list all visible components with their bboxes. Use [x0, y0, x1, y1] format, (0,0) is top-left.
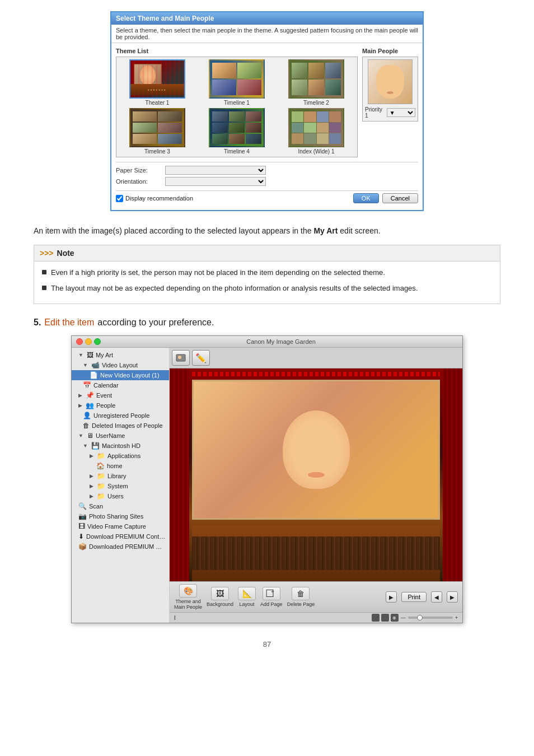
- sidebar-label-calendar: Calendar: [93, 382, 119, 389]
- delete-page-icon: 🗑: [292, 587, 310, 600]
- toolbar-btn-1[interactable]: [172, 350, 190, 366]
- zoom-max-label: +: [455, 615, 458, 620]
- theme-item-timeline1[interactable]: Timeline 1: [198, 59, 275, 106]
- display-recommendation-checkbox[interactable]: [116, 195, 123, 202]
- sidebar-item-myart[interactable]: ▼ 🖼 My Art: [72, 350, 169, 360]
- page-number: 87: [34, 640, 500, 648]
- sidebar-item-videoframe[interactable]: 🎞 Video Frame Capture: [72, 521, 169, 531]
- sidebar-item-downloadedpremium[interactable]: 📦 Downloaded PREMIUM Contents: [72, 542, 169, 552]
- theme-item-theater1[interactable]: ▪▪▪▪▪▪▪ Theater 1: [119, 59, 196, 106]
- sidebar-item-macintosh[interactable]: ▼ 💾 Macintosh HD: [72, 441, 169, 451]
- sidebar-item-unregistered[interactable]: 👤 Unregistered People: [72, 410, 169, 421]
- main-photo[interactable]: [192, 380, 440, 520]
- sidebar-item-library[interactable]: ▶ 📁 Library: [72, 471, 169, 481]
- toolbar-delete-page[interactable]: 🗑 Delete Page: [287, 587, 315, 607]
- sidebar-item-home[interactable]: 🏠 home: [72, 461, 169, 471]
- theme-thumb-timeline4[interactable]: [209, 108, 265, 147]
- theme-item-timeline4[interactable]: Timeline 4: [198, 108, 275, 155]
- zoom-slider[interactable]: [408, 617, 453, 619]
- sidebar-item-users[interactable]: ▶ 📁 Users: [72, 491, 169, 501]
- dialog-buttons: OK Cancel: [353, 193, 418, 203]
- theme-item-timeline3[interactable]: Timeline 3: [119, 108, 196, 155]
- top-toolbar: ✏️: [170, 348, 462, 368]
- theme-item-indexwide1[interactable]: Index (Wide) 1: [278, 108, 355, 155]
- step-link[interactable]: Edit the item: [44, 318, 94, 328]
- note-header: >>> Note: [34, 245, 500, 262]
- theme-thumb-timeline2[interactable]: [288, 59, 344, 99]
- toolbar-layout[interactable]: 📐 Layout: [238, 587, 256, 607]
- system-icon: 📁: [97, 482, 105, 490]
- people-disclosure-icon: ▶: [78, 403, 82, 408]
- sidebar-item-event[interactable]: ▶ 📌 Event: [72, 390, 169, 400]
- sidebar-label-applications: Applications: [107, 452, 140, 459]
- sidebar-item-people[interactable]: ▶ 👥 People: [72, 400, 169, 410]
- theme-label-theater1: Theater 1: [146, 100, 170, 106]
- sidebar-item-system[interactable]: ▶ 📁 System: [72, 481, 169, 491]
- view-mode-btn-2[interactable]: [381, 614, 389, 622]
- sidebar-label-myart: My Art: [96, 352, 113, 358]
- theme-thumb-theater1[interactable]: ▪▪▪▪▪▪▪: [129, 59, 185, 99]
- toolbar-background[interactable]: 🖼 Background: [207, 587, 233, 607]
- note-item-1: Even if a high priority is set, the pers…: [42, 267, 492, 278]
- sidebar-item-deleted[interactable]: 🗑 Deleted Images of People: [72, 421, 169, 431]
- nav-prev-btn[interactable]: ▶: [386, 591, 397, 603]
- myart-icon: 🖼: [87, 351, 93, 359]
- theme-item-timeline2[interactable]: Timeline 2: [278, 59, 355, 106]
- theme-thumb-indexwide1[interactable]: [288, 108, 344, 147]
- unregistered-icon: 👤: [83, 412, 91, 419]
- orientation-select[interactable]: [165, 177, 266, 186]
- note-box: >>> Note Even if a high priority is set,…: [34, 245, 500, 304]
- event-disclosure-icon: ▶: [78, 393, 82, 398]
- theme-thumb-timeline1[interactable]: [209, 59, 265, 99]
- close-button[interactable]: [76, 338, 83, 345]
- cancel-button[interactable]: Cancel: [382, 193, 418, 203]
- sidebar-item-username[interactable]: ▼ 🖥 UserName: [72, 431, 169, 441]
- sidebar-item-calendar[interactable]: 📅 Calendar: [72, 380, 169, 390]
- sidebar-label-deleted: Deleted Images of People: [92, 422, 163, 429]
- zoom-handle[interactable]: [417, 615, 423, 620]
- main-people-column: Main People Priority 1 ▼: [362, 48, 418, 157]
- sidebar-label-downloadpremium: Download PREMIUM Contents: [86, 533, 166, 540]
- nav-right-btn[interactable]: ▶: [447, 591, 458, 603]
- sidebar-label-videolayout: Video Layout: [102, 362, 138, 368]
- body-paragraph: An item with the image(s) placed accordi…: [34, 225, 500, 237]
- toolbar-btn-2[interactable]: ✏️: [192, 350, 210, 366]
- layout-icon: 📐: [238, 587, 256, 600]
- users-icon: 📁: [97, 492, 105, 500]
- sidebar-item-photosharing[interactable]: 📷 Photo Sharing Sites: [72, 511, 169, 521]
- sidebar-item-newvideolayout[interactable]: 📄 New Video Layout (1): [72, 370, 169, 380]
- downloadpremium-icon: ⬇: [78, 533, 84, 540]
- sidebar-item-applications[interactable]: ▶ 📁 Applications: [72, 451, 169, 461]
- sidebar-label-home: home: [107, 463, 123, 469]
- person-card[interactable]: [368, 59, 413, 104]
- videoframe-icon: 🎞: [78, 522, 85, 530]
- print-button[interactable]: Print: [401, 592, 427, 602]
- dialog-settings: Paper Size: Orientation:: [116, 162, 418, 186]
- sidebar-label-users: Users: [107, 493, 124, 500]
- main-panel: ✏️ 🎨 Theme a: [170, 348, 462, 623]
- sidebar-item-videolayout[interactable]: ▼ 📹 Video Layout: [72, 360, 169, 370]
- sidebar-label-downloadedpremium: Downloaded PREMIUM Contents: [89, 543, 166, 550]
- priority-select[interactable]: ▼: [387, 108, 415, 117]
- nav-left-btn[interactable]: ◀: [431, 591, 442, 603]
- maximize-button[interactable]: [94, 338, 101, 345]
- theme-thumb-timeline3[interactable]: [129, 108, 185, 147]
- sidebar-item-downloadpremium[interactable]: ⬇ Download PREMIUM Contents: [72, 531, 169, 542]
- event-icon: 📌: [86, 391, 94, 399]
- sidebar-item-scan[interactable]: 🔍 Scan: [72, 501, 169, 511]
- traffic-lights: [76, 338, 101, 345]
- theme-grid: ▪▪▪▪▪▪▪ Theater 1: [116, 57, 358, 157]
- applications-disclosure-icon: ▶: [90, 453, 93, 459]
- minimize-button[interactable]: [85, 338, 92, 345]
- sidebar-label-macintosh: Macintosh HD: [102, 442, 140, 449]
- toolbar-theme-main-people[interactable]: 🎨 Theme and Main People: [174, 584, 202, 610]
- theme-main-people-icon: 🎨: [179, 584, 197, 598]
- paper-size-select[interactable]: [165, 166, 266, 175]
- view-mode-btn-1[interactable]: [372, 614, 380, 622]
- toolbar-add-page[interactable]: ☐+ Add Page: [260, 587, 283, 607]
- bottom-strip: [192, 525, 440, 581]
- view-mode-btn-3[interactable]: ⊕: [391, 614, 399, 622]
- username-icon: 🖥: [87, 432, 93, 440]
- ok-button[interactable]: OK: [353, 193, 379, 203]
- canvas-area: [170, 368, 462, 581]
